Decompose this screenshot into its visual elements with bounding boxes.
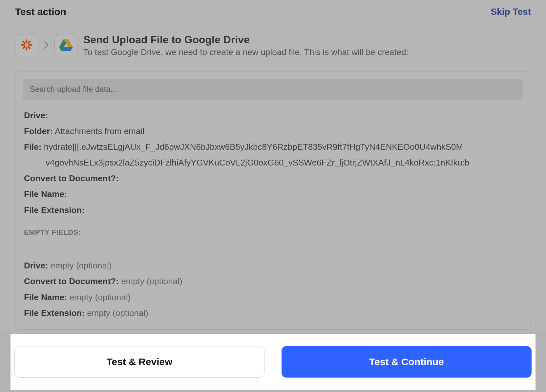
svg-rect-6 xyxy=(22,40,26,44)
zapier-icon xyxy=(20,38,33,53)
field-drive: Drive: xyxy=(24,108,522,123)
test-continue-button[interactable]: Test & Continue xyxy=(282,346,532,378)
svg-rect-5 xyxy=(22,46,26,49)
section-title: Test action xyxy=(15,6,66,17)
field-label: File Extension: xyxy=(24,308,85,318)
field-filename: File Name: xyxy=(24,186,522,202)
data-panel: Drive: Folder: Attachments from email Fi… xyxy=(15,71,531,330)
field-folder: Folder: Attachments from email xyxy=(24,123,522,139)
action-title: Send Upload File to Google Drive xyxy=(83,34,409,46)
field-label: File: xyxy=(24,142,41,152)
empty-fields-heading: EMPTY FIELDS: xyxy=(24,226,522,239)
fields-block: Drive: Folder: Attachments from email Fi… xyxy=(15,108,531,250)
field-label: Folder: xyxy=(24,126,53,136)
test-review-button[interactable]: Test & Review xyxy=(14,346,264,378)
empty-row: File Name: empty (optional) xyxy=(24,289,522,305)
field-label: Convert to Document?: xyxy=(24,276,119,286)
svg-rect-4 xyxy=(27,40,31,44)
skip-test-link[interactable]: Skip Test xyxy=(491,7,531,17)
svg-rect-0 xyxy=(26,39,28,43)
field-value: empty (optional) xyxy=(51,261,112,270)
chevron-right-icon xyxy=(44,41,49,50)
field-file: File: hydrate|||.eJwtzsELgjAUx_F_Jd6pwJX… xyxy=(24,139,522,155)
svg-rect-3 xyxy=(28,44,32,46)
field-label: File Name: xyxy=(24,292,67,302)
source-app-icon-box xyxy=(15,34,38,57)
field-label: File Extension: xyxy=(24,205,85,215)
empty-row: Drive: empty (optional) xyxy=(24,258,522,273)
bottom-action-bar: Test & Review Test & Continue xyxy=(10,334,536,390)
empty-row: File Extension: empty (optional) xyxy=(24,305,522,321)
field-file-continued: v4govhNsELx3jpsx2laZ5zyciDFzlhiAfyYGVKuC… xyxy=(24,155,522,170)
svg-rect-7 xyxy=(27,46,31,49)
svg-rect-2 xyxy=(21,44,25,46)
field-value: hydrate|||.eJwtzsELgjAUx_F_Jd6pwJXN6bJbx… xyxy=(44,142,463,152)
empty-row: Convert to Document?: empty (optional) xyxy=(24,273,522,289)
action-summary-row: Send Upload File to Google Drive To test… xyxy=(0,17,546,57)
field-label: Convert to Document?: xyxy=(24,173,119,183)
field-fileext: File Extension: xyxy=(24,202,522,218)
header-row: Test action Skip Test xyxy=(0,0,546,17)
field-label: Drive: xyxy=(24,110,48,120)
field-label: File Name: xyxy=(24,189,67,199)
action-subtitle: To test Google Drive, we need to create … xyxy=(83,47,409,57)
empty-fields-section: Drive: empty (optional) Convert to Docum… xyxy=(15,250,531,329)
action-text: Send Upload File to Google Drive To test… xyxy=(83,34,409,57)
field-value: Attachments from email xyxy=(55,126,144,136)
target-app-icon-box xyxy=(54,34,77,57)
search-input[interactable] xyxy=(30,85,516,94)
field-value: empty (optional) xyxy=(87,308,148,318)
google-drive-icon xyxy=(59,39,73,52)
field-value: empty (optional) xyxy=(70,292,131,302)
svg-rect-1 xyxy=(26,47,28,50)
field-value: empty (optional) xyxy=(121,276,182,286)
field-convert: Convert to Document?: xyxy=(24,170,522,186)
panel-underlay: Test action Skip Test xyxy=(0,0,546,332)
field-label: Drive: xyxy=(24,261,48,270)
search-box[interactable] xyxy=(23,79,523,100)
